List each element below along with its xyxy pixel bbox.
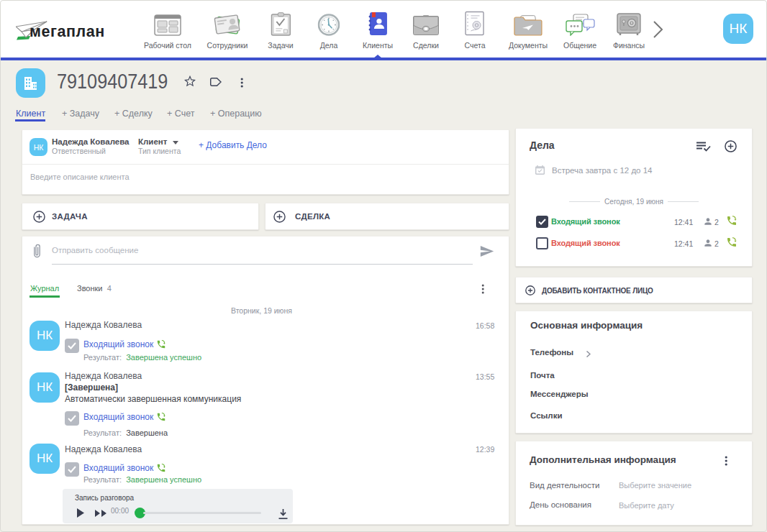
svg-text:мегаплан: мегаплан (30, 23, 105, 40)
